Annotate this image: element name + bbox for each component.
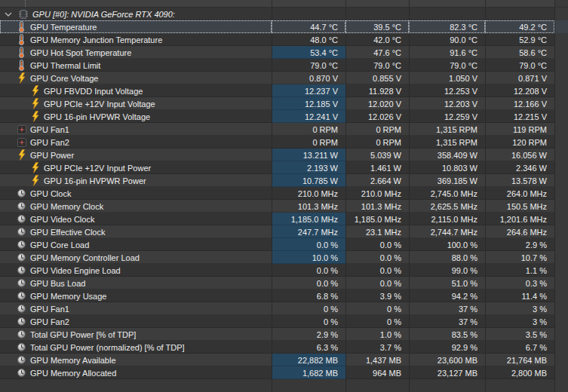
sensor-row[interactable]: GPU Thermal Limit79.0 °C79.0 °C79.0 °C79…	[0, 59, 568, 72]
maximum-value-cell[interactable]: 94.2 %	[409, 289, 485, 302]
minimum-value-cell[interactable]: 2.664 W	[345, 174, 409, 187]
sensor-row[interactable]: GPU Memory Available22,882 MB1,437 MB23,…	[0, 354, 568, 366]
sensor-label-cell[interactable]: GPU Fan2	[0, 136, 272, 149]
average-value-cell[interactable]: 58.6 °C	[485, 46, 554, 59]
average-value-cell[interactable]: 12.215 V	[485, 110, 554, 123]
maximum-value-cell[interactable]: 369.185 W	[409, 174, 485, 187]
current-value-cell[interactable]: 0 RPM	[272, 136, 345, 149]
average-value-cell[interactable]: 150.5 MHz	[485, 200, 554, 213]
minimum-value-cell[interactable]: 1,185.0 MHz	[345, 213, 409, 225]
current-value-cell[interactable]: 6.8 %	[272, 289, 345, 302]
sensor-label-cell[interactable]: GPU Memory Usage	[0, 289, 272, 302]
sensor-label-cell[interactable]: GPU Memory Allocated	[0, 366, 272, 379]
maximum-value-cell[interactable]: 100.0 %	[409, 238, 485, 251]
sensor-row[interactable]: GPU Memory Controller Load10.0 %0.0 %88.…	[0, 251, 568, 264]
average-value-cell[interactable]: 10.7 %	[485, 251, 554, 264]
current-value-cell[interactable]: 53.4 °C	[272, 46, 345, 59]
current-value-cell[interactable]: 44.7 °C	[272, 20, 345, 33]
current-value-cell[interactable]: 247.7 MHz	[272, 225, 345, 238]
sensor-label-cell[interactable]: GPU Memory Clock	[0, 200, 272, 213]
current-value-cell[interactable]: 10.0 %	[272, 251, 345, 264]
sensor-row[interactable]: Total GPU Power [% of TDP]2.9 %1.0 %83.5…	[0, 328, 568, 341]
minimum-value-cell[interactable]: 12.020 V	[345, 97, 409, 110]
current-value-cell[interactable]: 6.3 %	[272, 341, 345, 354]
minimum-value-cell[interactable]: 39.5 °C	[345, 20, 409, 33]
sensor-label-cell[interactable]: GPU Memory Controller Load	[0, 251, 272, 264]
maximum-value-cell[interactable]: 12.259 V	[409, 110, 485, 123]
sensor-label-cell[interactable]: GPU 16-pin HVPWR Voltage	[0, 110, 272, 123]
sensor-label-cell[interactable]: GPU Video Clock	[0, 213, 272, 225]
minimum-value-cell[interactable]: 1.0 %	[345, 328, 409, 341]
maximum-value-cell[interactable]: 10.803 W	[409, 161, 485, 174]
minimum-value-cell[interactable]: 1.461 W	[345, 161, 409, 174]
maximum-value-cell[interactable]: 1,315 RPM	[409, 136, 485, 149]
current-value-cell[interactable]: 10.785 W	[272, 174, 345, 187]
minimum-value-cell[interactable]: 11.928 V	[345, 84, 409, 97]
sensor-label-cell[interactable]: GPU 16-pin HVPWR Power	[0, 174, 272, 187]
chevron-down-icon[interactable]	[5, 12, 14, 17]
current-value-cell[interactable]: 2.9 %	[272, 328, 345, 341]
current-value-cell[interactable]: 101.3 MHz	[272, 200, 345, 213]
current-value-cell[interactable]: 22,882 MB	[272, 354, 345, 366]
average-value-cell[interactable]: 3.5 %	[485, 328, 554, 341]
minimum-value-cell[interactable]: 12.026 V	[345, 110, 409, 123]
sensor-label-cell[interactable]: GPU PCIe +12V Input Power	[0, 161, 272, 174]
maximum-value-cell[interactable]: 92.9 %	[409, 341, 485, 354]
minimum-value-cell[interactable]: 0.0 %	[345, 277, 409, 289]
sensor-label-cell[interactable]: GPU Video Engine Load	[0, 264, 272, 277]
average-value-cell[interactable]: 12.208 V	[485, 84, 554, 97]
sensor-row[interactable]: Total GPU Power (normalized) [% of TDP]6…	[0, 341, 568, 354]
minimum-value-cell[interactable]: 0.0 %	[345, 251, 409, 264]
maximum-value-cell[interactable]: 1,315 RPM	[409, 123, 485, 136]
sensor-row[interactable]: GPU Memory Clock101.3 MHz101.3 MHz2,625.…	[0, 200, 568, 213]
average-value-cell[interactable]: 120 RPM	[485, 136, 554, 149]
average-value-cell[interactable]: 12.166 V	[485, 97, 554, 110]
current-value-cell[interactable]: 12.185 V	[272, 97, 345, 110]
sensor-label-cell[interactable]: GPU Memory Available	[0, 354, 272, 366]
maximum-value-cell[interactable]: 79.0 °C	[409, 59, 485, 72]
sensor-row[interactable]: GPU 16-pin HVPWR Power10.785 W2.664 W369…	[0, 174, 568, 187]
current-value-cell[interactable]: 0.0 %	[272, 277, 345, 289]
minimum-value-cell[interactable]: 101.3 MHz	[345, 200, 409, 213]
sensor-row[interactable]: GPU PCIe +12V Input Power2.193 W1.461 W1…	[0, 161, 568, 174]
current-value-cell[interactable]: 1,682 MB	[272, 366, 345, 379]
sensor-label-cell[interactable]: Total GPU Power (normalized) [% of TDP]	[0, 341, 272, 354]
minimum-value-cell[interactable]: 0 %	[345, 302, 409, 315]
average-value-cell[interactable]: 49.2 °C	[485, 20, 554, 33]
minimum-value-cell[interactable]: 42.0 °C	[345, 33, 409, 46]
sensor-row[interactable]: GPU PCIe +12V Input Voltage12.185 V12.02…	[0, 97, 568, 110]
maximum-value-cell[interactable]: 2,744.7 MHz	[409, 225, 485, 238]
sensor-row[interactable]: GPU Hot Spot Temperature53.4 °C47.6 °C91…	[0, 46, 568, 59]
current-value-cell[interactable]: 12.237 V	[272, 84, 345, 97]
sensor-row[interactable]: GPU Power13.211 W5.039 W358.409 W16.056 …	[0, 149, 568, 161]
gpu-group-header[interactable]: GPU [#0]: NVIDIA GeForce RTX 4090:	[0, 8, 568, 20]
sensor-row[interactable]: GPU Clock210.0 MHz210.0 MHz2,745.0 MHz26…	[0, 187, 568, 200]
sensor-row[interactable]: GPU Fan10 %0 %37 %3 %	[0, 302, 568, 315]
sensor-row[interactable]: GPU Fan20 %0 %37 %3 %	[0, 315, 568, 328]
average-value-cell[interactable]: 119 RPM	[485, 123, 554, 136]
maximum-value-cell[interactable]: 2,745.0 MHz	[409, 187, 485, 200]
average-value-cell[interactable]: 11.4 %	[485, 289, 554, 302]
maximum-value-cell[interactable]: 2,625.5 MHz	[409, 200, 485, 213]
sensor-row[interactable]: GPU Memory Usage6.8 %3.9 %94.2 %11.4 %	[0, 289, 568, 302]
maximum-value-cell[interactable]: 99.0 %	[409, 264, 485, 277]
average-value-cell[interactable]: 1.1 %	[485, 264, 554, 277]
maximum-value-cell[interactable]: 12.253 V	[409, 84, 485, 97]
minimum-value-cell[interactable]: 0.0 %	[345, 264, 409, 277]
current-value-cell[interactable]: 210.0 MHz	[272, 187, 345, 200]
sensor-row[interactable]: GPU Effective Clock247.7 MHz23.1 MHz2,74…	[0, 225, 568, 238]
sensor-label-cell[interactable]: Total GPU Power [% of TDP]	[0, 328, 272, 341]
average-value-cell[interactable]: 1,201.6 MHz	[485, 213, 554, 225]
sensor-label-cell[interactable]: GPU PCIe +12V Input Voltage	[0, 97, 272, 110]
average-value-cell[interactable]: 3 %	[485, 302, 554, 315]
minimum-value-cell[interactable]: 0.0 %	[345, 238, 409, 251]
minimum-value-cell[interactable]: 964 MB	[345, 366, 409, 379]
minimum-value-cell[interactable]: 210.0 MHz	[345, 187, 409, 200]
sensor-label-cell[interactable]: GPU Effective Clock	[0, 225, 272, 238]
minimum-value-cell[interactable]: 0 RPM	[345, 123, 409, 136]
sensor-row[interactable]: GPU Video Clock1,185.0 MHz1,185.0 MHz2,1…	[0, 213, 568, 225]
minimum-value-cell[interactable]: 3.7 %	[345, 341, 409, 354]
average-value-cell[interactable]: 264.6 MHz	[485, 225, 554, 238]
sensor-label-cell[interactable]: GPU Fan2	[0, 315, 272, 328]
sensor-label-cell[interactable]: GPU Fan1	[0, 123, 272, 136]
